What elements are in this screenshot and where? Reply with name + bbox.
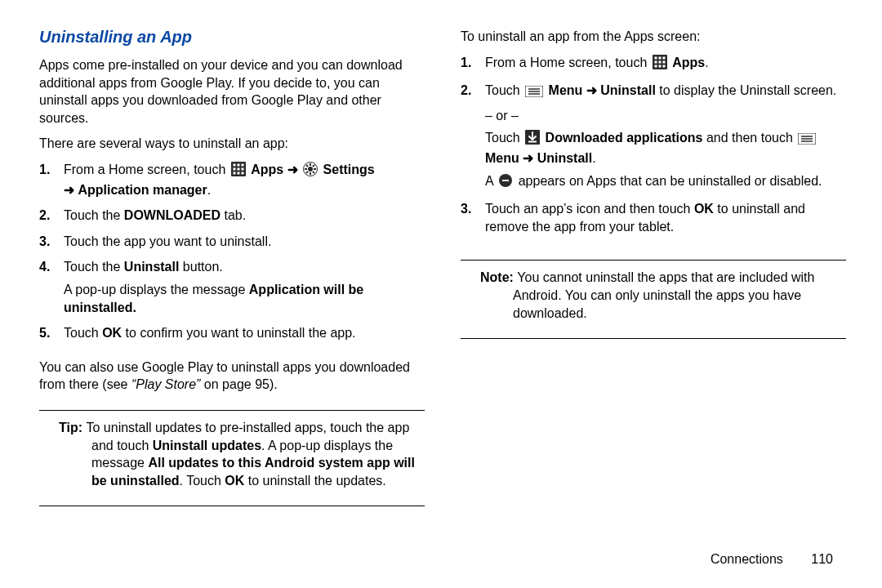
apps-grid-icon: [653, 55, 667, 74]
footer-section: Connections: [710, 552, 783, 566]
or-text: – or –: [485, 107, 846, 125]
svg-point-11: [308, 167, 313, 172]
step-3: 3. Touch the app you want to uninstall.: [64, 233, 425, 251]
menu-label: Menu: [549, 83, 586, 97]
svg-line-18: [306, 172, 308, 173]
svg-line-16: [306, 165, 308, 167]
uninstall-label: Uninstall: [124, 260, 180, 274]
uninstall-label: Uninstall: [600, 83, 656, 97]
download-arrow-icon: [525, 130, 540, 149]
svg-rect-2: [237, 163, 239, 166]
svg-line-19: [313, 165, 314, 167]
steps-list: 1. From a Home screen, touch Apps. 2. To…: [461, 54, 846, 244]
step-text: Touch an app’s icon and then touch: [485, 202, 694, 216]
manual-page: Uninstalling an App Apps come pre-instal…: [0, 0, 882, 588]
step-5: 5. Touch OK to confirm you want to unins…: [64, 324, 425, 342]
apps-label: Apps: [251, 163, 287, 176]
downloaded-label: DOWNLOADED: [124, 208, 220, 222]
disable-badge-icon: [498, 173, 513, 193]
step-text: tab.: [220, 208, 246, 222]
page-footer: Connections 110: [710, 552, 833, 567]
menu-label: Menu: [485, 151, 523, 165]
svg-rect-1: [233, 163, 235, 166]
svg-rect-29: [662, 65, 665, 67]
note-text: Note: You cannot uninstall the apps that…: [480, 269, 846, 322]
step-1: 1. From a Home screen, touch Apps.: [485, 54, 846, 74]
divider: [39, 506, 425, 506]
step-text: to confirm you want to uninstall the app…: [122, 326, 355, 340]
svg-rect-9: [241, 172, 243, 174]
step-text: Touch: [64, 326, 102, 340]
divider: [39, 410, 425, 411]
note-block: Note: You cannot uninstall the apps that…: [461, 269, 846, 330]
section-heading: Uninstalling an App: [39, 28, 425, 47]
step-1: 1. From a Home screen, touch Apps ➜ Sett…: [64, 161, 425, 198]
arrow-icon: ➜: [586, 83, 597, 97]
svg-rect-28: [658, 65, 661, 67]
step-text: Touch the app you want to uninstall.: [64, 234, 271, 248]
step-text: button.: [179, 260, 222, 274]
menu-icon: [525, 84, 543, 102]
uninstall-label: Uninstall: [537, 151, 593, 165]
svg-rect-8: [237, 172, 239, 174]
step-text: Touch the: [64, 260, 124, 274]
lead-paragraph: There are several ways to uninstall an a…: [39, 135, 425, 153]
tip-text: Tip: To uninstall updates to pre-install…: [59, 419, 425, 489]
step-3: 3. Touch an app’s icon and then touch OK…: [485, 200, 846, 235]
svg-rect-22: [658, 56, 661, 59]
page-number: 110: [811, 552, 833, 567]
settings-gear-icon: [303, 162, 318, 181]
ok-label: OK: [694, 202, 714, 216]
after-paragraph: You can also use Google Play to uninstal…: [39, 359, 425, 394]
settings-label: Settings: [323, 163, 375, 176]
right-column: To uninstall an app from the Apps screen…: [443, 28, 846, 568]
apps-grid-icon: [231, 162, 246, 181]
svg-rect-27: [654, 65, 657, 67]
svg-rect-24: [654, 60, 657, 63]
step-subtext: Touch Downloaded applications and then t…: [485, 129, 846, 167]
step-subtext: A pop-up displays the message Applicatio…: [64, 281, 425, 316]
svg-rect-3: [241, 163, 243, 166]
arrow-icon: ➜: [287, 163, 298, 176]
svg-rect-26: [662, 60, 665, 63]
svg-rect-23: [662, 56, 665, 59]
menu-icon: [798, 131, 816, 149]
step-2: 2. Touch Menu ➜ Uninstall to display the…: [485, 82, 846, 192]
step-text: From a Home screen, touch: [485, 56, 651, 69]
step-text: Touch: [485, 83, 523, 97]
downloaded-apps-label: Downloaded applications: [546, 131, 703, 145]
step-2: 2. Touch the DOWNLOADED tab.: [64, 207, 425, 225]
divider: [461, 338, 846, 339]
tip-block: Tip: To uninstall updates to pre-install…: [39, 419, 425, 497]
step-4: 4. Touch the Uninstall button. A pop-up …: [64, 258, 425, 316]
appmanager-label: Application manager: [78, 183, 207, 197]
svg-rect-41: [502, 180, 509, 181]
intro-paragraph: Apps come pre-installed on your device a…: [39, 56, 425, 127]
svg-rect-7: [233, 172, 235, 174]
svg-rect-6: [241, 167, 243, 170]
arrow-icon: ➜: [523, 151, 533, 165]
left-column: Uninstalling an App Apps come pre-instal…: [39, 28, 443, 568]
step-text: Touch the: [64, 208, 124, 222]
svg-rect-4: [233, 167, 235, 170]
svg-line-17: [313, 172, 314, 173]
apps-label: Apps: [672, 56, 705, 69]
lead-paragraph: To uninstall an app from the Apps screen…: [461, 28, 846, 46]
step-text: From a Home screen, touch: [64, 163, 229, 176]
svg-rect-25: [658, 60, 661, 63]
ok-label: OK: [102, 326, 122, 340]
step-subtext: A appears on Apps that can be uninstalle…: [485, 172, 846, 193]
svg-rect-5: [237, 167, 239, 170]
divider: [461, 260, 846, 261]
svg-rect-21: [654, 56, 657, 59]
steps-list: 1. From a Home screen, touch Apps ➜ Sett…: [39, 161, 425, 350]
arrow-icon: ➜: [64, 183, 74, 197]
